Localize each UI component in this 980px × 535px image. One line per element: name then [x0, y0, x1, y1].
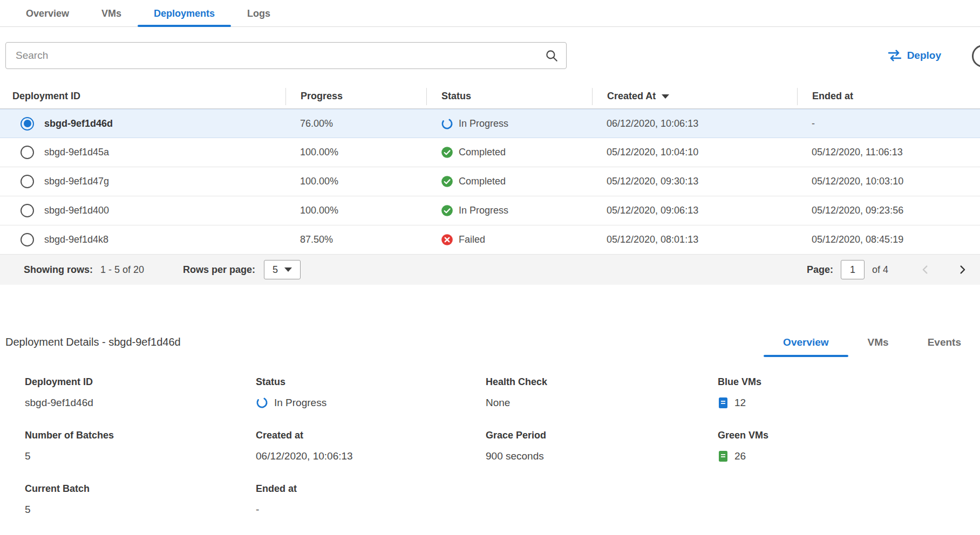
page-total: of 4 — [872, 264, 888, 276]
field-label: Health Check — [486, 376, 718, 388]
field-label: Green VMs — [718, 430, 968, 441]
check-circle-icon — [441, 175, 453, 188]
progress-value: 100.00% — [285, 176, 426, 187]
column-created-at[interactable]: Created At — [592, 88, 797, 105]
page-label: Page: — [807, 264, 833, 276]
field-blue-vms: Blue VMs 12 — [718, 376, 968, 409]
next-page-button[interactable] — [954, 262, 970, 278]
ended-at-value: 05/12/2020, 10:03:10 — [797, 176, 980, 187]
field-label: Status — [256, 376, 486, 388]
search-input[interactable] — [6, 50, 545, 61]
progress-value: 76.00% — [285, 118, 426, 129]
tab-logs[interactable]: Logs — [231, 1, 287, 26]
row-radio[interactable] — [21, 233, 34, 246]
search-icon[interactable] — [545, 49, 559, 63]
swap-horizontal-arrows-icon — [888, 50, 902, 61]
toolbar: Deploy — [5, 42, 975, 69]
table-row[interactable]: sbgd-9ef1d4k8 87.50% Failed 05/12/2020, … — [0, 225, 980, 255]
details-tab-events[interactable]: Events — [908, 331, 968, 357]
deployment-id-value: sbgd-9ef1d46d — [44, 118, 113, 129]
deployment-id-value: sbgd-9ef1d47g — [44, 176, 109, 187]
page-number-input[interactable] — [841, 260, 865, 279]
status-label: In Progress — [459, 205, 508, 216]
field-green-vms: Green VMs 26 — [718, 430, 968, 463]
field-status: Status In Progress — [256, 376, 486, 409]
table-row[interactable]: sbgd-9ef1d47g 100.00% Completed 05/12/20… — [0, 167, 980, 196]
field-value: 5 — [25, 449, 256, 463]
column-status[interactable]: Status — [426, 88, 592, 105]
details-tab-bar: Overview VMs Events — [764, 331, 968, 357]
column-label: Created At — [607, 91, 656, 102]
table-row[interactable]: sbgd-9ef1d400 100.00% In Progress 05/12/… — [0, 196, 980, 225]
column-label: Ended at — [812, 91, 853, 102]
field-current-batch: Current Batch 5 — [25, 483, 256, 516]
tab-deployments[interactable]: Deployments — [138, 1, 231, 26]
ended-at-value: 05/12/2020, 09:23:56 — [797, 205, 980, 216]
field-value: sbgd-9ef1d46d — [25, 396, 256, 409]
page-controls: Page: of 4 — [807, 260, 970, 279]
field-value: 26 — [734, 450, 746, 462]
table-header: Deployment ID Progress Status Created At… — [0, 84, 980, 109]
row-radio[interactable] — [21, 175, 34, 188]
deployments-page: Overview VMs Deployments Logs Deploy — [0, 0, 980, 535]
dropdown-caret-icon — [284, 268, 292, 272]
progress-value: 100.00% — [285, 205, 426, 216]
table-row[interactable]: sbgd-9ef1d46d 76.00% In Progress 06/12/2… — [0, 109, 980, 138]
deployment-details-section: Deployment Details - sbgd-9ef1d46d Overv… — [0, 331, 980, 516]
row-radio-selected[interactable] — [21, 117, 34, 131]
ended-at-value: 05/12/2020, 08:45:19 — [797, 234, 980, 245]
field-ended-at: Ended at - — [256, 483, 486, 516]
table-pagination: Showing rows: 1 - 5 of 20 Rows per page:… — [0, 255, 980, 285]
field-label: Deployment ID — [25, 376, 256, 388]
top-tab-bar: Overview VMs Deployments Logs — [0, 0, 980, 27]
sort-desc-icon[interactable] — [662, 94, 669, 99]
field-value: In Progress — [274, 397, 326, 409]
column-progress[interactable]: Progress — [285, 88, 426, 105]
spinner-circle-icon — [441, 118, 453, 130]
details-title: Deployment Details - sbgd-9ef1d46d — [5, 336, 181, 357]
showing-rows-value: 1 - 5 of 20 — [100, 264, 144, 276]
spinner-circle-icon — [256, 396, 268, 409]
column-ended-at[interactable]: Ended at — [797, 88, 980, 105]
details-fields-grid: Deployment ID sbgd-9ef1d46d Status In Pr… — [5, 376, 968, 516]
field-label: Grace Period — [486, 430, 718, 441]
created-at-value: 05/12/2020, 09:06:13 — [592, 205, 797, 216]
created-at-value: 05/12/2020, 08:01:13 — [592, 234, 797, 245]
previous-page-button[interactable] — [917, 262, 934, 278]
details-header: Deployment Details - sbgd-9ef1d46d Overv… — [5, 331, 968, 357]
status-label: Completed — [459, 147, 506, 158]
x-circle-icon — [441, 234, 453, 246]
field-created-at: Created at 06/12/2020, 10:06:13 — [256, 430, 486, 463]
details-tab-overview[interactable]: Overview — [764, 331, 848, 357]
field-number-of-batches: Number of Batches 5 — [25, 430, 256, 463]
status-label: Failed — [459, 234, 485, 245]
rows-per-page-label: Rows per page: — [183, 264, 255, 276]
showing-rows-label: Showing rows: — [24, 264, 93, 276]
status-label: In Progress — [459, 118, 508, 129]
search-box[interactable] — [5, 42, 567, 69]
row-radio[interactable] — [21, 204, 34, 217]
tab-overview[interactable]: Overview — [10, 1, 85, 26]
tab-vms[interactable]: VMs — [85, 1, 138, 26]
field-deployment-id: Deployment ID sbgd-9ef1d46d — [25, 376, 256, 409]
table-row[interactable]: sbgd-9ef1d45a 100.00% Completed 05/12/20… — [0, 138, 980, 167]
deployment-id-value: sbgd-9ef1d400 — [44, 205, 109, 216]
column-deployment-id[interactable]: Deployment ID — [0, 88, 285, 105]
column-label: Deployment ID — [12, 91, 80, 102]
details-tab-vms[interactable]: VMs — [848, 331, 908, 357]
vm-server-blue-icon — [718, 397, 729, 409]
field-grace-period: Grace Period 900 seconds — [486, 430, 718, 463]
row-radio[interactable] — [21, 146, 34, 159]
field-label: Created at — [256, 430, 486, 441]
field-health-check: Health Check None — [486, 376, 718, 409]
deploy-label: Deploy — [907, 50, 941, 61]
field-label: Ended at — [256, 483, 486, 495]
field-value: 900 seconds — [486, 449, 718, 463]
deploy-button[interactable]: Deploy — [888, 50, 941, 61]
field-empty — [718, 483, 968, 516]
field-value: - — [256, 503, 486, 516]
rows-per-page-select[interactable]: 5 — [264, 260, 301, 279]
ended-at-value: 05/12/2020, 11:06:13 — [797, 147, 980, 158]
field-label: Blue VMs — [718, 376, 968, 388]
field-value: 5 — [25, 503, 256, 516]
